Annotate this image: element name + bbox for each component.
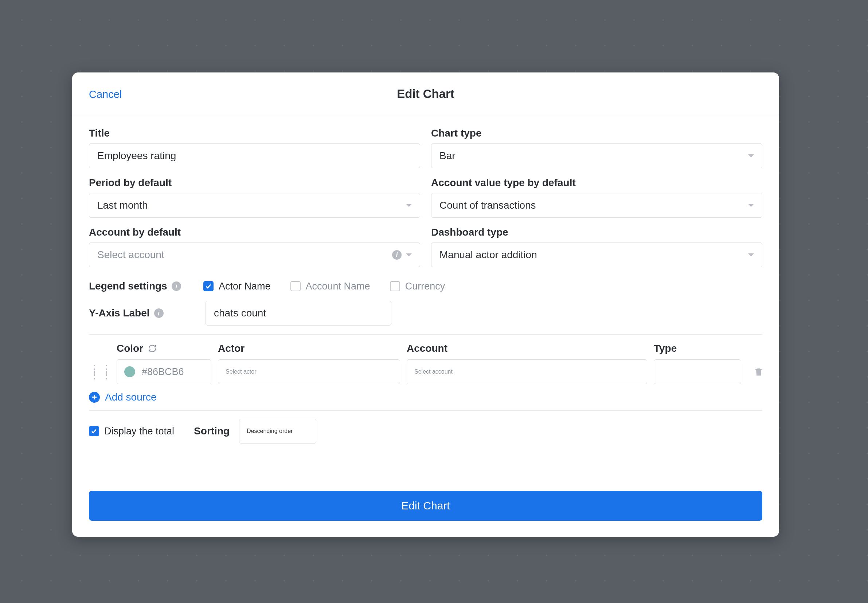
- add-source-button[interactable]: + Add source: [89, 391, 762, 403]
- type-select[interactable]: [654, 359, 741, 384]
- color-header: Color: [116, 343, 143, 354]
- account-value-type-field: Account value type by default Count of t…: [431, 177, 762, 218]
- info-icon[interactable]: i: [392, 250, 401, 260]
- trash-icon[interactable]: [748, 367, 770, 377]
- checkbox-icon: [290, 281, 301, 291]
- info-icon[interactable]: i: [154, 308, 164, 318]
- checkbox-currency[interactable]: Currency: [390, 281, 445, 292]
- period-field: Period by default Last month: [89, 177, 420, 218]
- edit-chart-modal: Cancel Edit Chart Title Chart type Bar P…: [72, 73, 779, 537]
- edit-chart-button[interactable]: Edit Chart: [89, 491, 762, 521]
- checkbox-display-total[interactable]: Display the total: [89, 426, 174, 437]
- chart-type-label: Chart type: [431, 127, 762, 139]
- form-grid: Title Chart type Bar Period by default L…: [89, 127, 762, 267]
- checkbox-actor-name-label: Actor Name: [219, 281, 271, 292]
- sorting-field: Sorting Descending order: [194, 419, 316, 444]
- title-field: Title: [89, 127, 420, 168]
- source-row: ⋮⋮⋮⋮ #86BCB6 Select actor Select account: [89, 359, 762, 384]
- account-default-field: Account by default Select account i: [89, 226, 420, 267]
- checkbox-account-name[interactable]: Account Name: [290, 281, 370, 292]
- checkbox-actor-name[interactable]: Actor Name: [203, 281, 271, 292]
- account-value-type-select[interactable]: Count of transactions: [431, 193, 762, 218]
- modal-body: Title Chart type Bar Period by default L…: [72, 114, 779, 451]
- checkbox-icon: [89, 426, 99, 436]
- account-default-label: Account by default: [89, 226, 420, 238]
- chevron-down-icon: [748, 155, 754, 157]
- account-select[interactable]: Select account: [407, 359, 647, 384]
- chevron-down-icon: [748, 204, 754, 207]
- chart-type-select[interactable]: Bar: [431, 144, 762, 168]
- actor-header: Actor: [218, 343, 400, 354]
- account-header: Account: [407, 343, 647, 354]
- cancel-button[interactable]: Cancel: [89, 88, 122, 100]
- actor-select[interactable]: Select actor: [218, 359, 400, 384]
- dashboard-type-value: Manual actor addition: [439, 249, 537, 261]
- modal-header: Cancel Edit Chart: [72, 73, 779, 114]
- sorting-label: Sorting: [194, 425, 229, 437]
- period-value: Last month: [97, 199, 148, 211]
- chevron-down-icon: [748, 254, 754, 256]
- yaxis-label: Y-Axis Label: [89, 307, 150, 319]
- checkbox-account-name-label: Account Name: [306, 281, 370, 292]
- period-label: Period by default: [89, 177, 420, 189]
- legend-settings-row: Legend settings i Actor Name Account Nam…: [89, 280, 762, 292]
- color-hex: #86BCB6: [142, 366, 184, 377]
- actor-placeholder: Select actor: [226, 368, 256, 375]
- sorting-value: Descending order: [247, 428, 293, 434]
- display-sort-row: Display the total Sorting Descending ord…: [89, 419, 762, 444]
- add-source-label: Add source: [105, 391, 157, 403]
- checkbox-icon: [203, 281, 214, 291]
- account-default-select[interactable]: Select account i: [89, 243, 420, 267]
- sorting-select[interactable]: Descending order: [239, 419, 316, 444]
- color-cell[interactable]: #86BCB6: [116, 359, 211, 384]
- account-value-type-value: Count of transactions: [439, 199, 536, 211]
- type-header: Type: [654, 343, 741, 354]
- account-default-placeholder: Select account: [97, 249, 164, 261]
- title-label: Title: [89, 127, 420, 139]
- refresh-icon[interactable]: [147, 344, 157, 353]
- modal-title: Edit Chart: [89, 87, 762, 101]
- source-table: Color Actor Account Type ⋮⋮⋮⋮: [89, 343, 762, 384]
- dashboard-type-field: Dashboard type Manual actor addition: [431, 226, 762, 267]
- account-placeholder: Select account: [414, 368, 453, 375]
- yaxis-input[interactable]: [206, 301, 391, 326]
- checkbox-icon: [390, 281, 400, 291]
- chevron-down-icon: [406, 204, 412, 207]
- legend-settings-label: Legend settings: [89, 280, 167, 292]
- modal-footer: Edit Chart: [72, 451, 779, 537]
- info-icon[interactable]: i: [172, 281, 181, 291]
- divider: [89, 334, 762, 335]
- divider: [89, 410, 762, 411]
- color-swatch: [124, 366, 135, 377]
- dashboard-type-select[interactable]: Manual actor addition: [431, 243, 762, 267]
- yaxis-row: Y-Axis Label i: [89, 301, 762, 326]
- dashboard-type-label: Dashboard type: [431, 226, 762, 238]
- account-value-type-label: Account value type by default: [431, 177, 762, 189]
- drag-handle-icon[interactable]: ⋮⋮⋮⋮: [89, 366, 110, 378]
- source-header: Color Actor Account Type: [89, 343, 762, 354]
- title-input[interactable]: [89, 144, 420, 168]
- chevron-down-icon: [406, 254, 412, 256]
- chart-type-value: Bar: [439, 150, 456, 162]
- display-total-label: Display the total: [104, 426, 174, 437]
- plus-icon: +: [89, 392, 100, 403]
- checkbox-currency-label: Currency: [405, 281, 445, 292]
- chart-type-field: Chart type Bar: [431, 127, 762, 168]
- period-select[interactable]: Last month: [89, 193, 420, 218]
